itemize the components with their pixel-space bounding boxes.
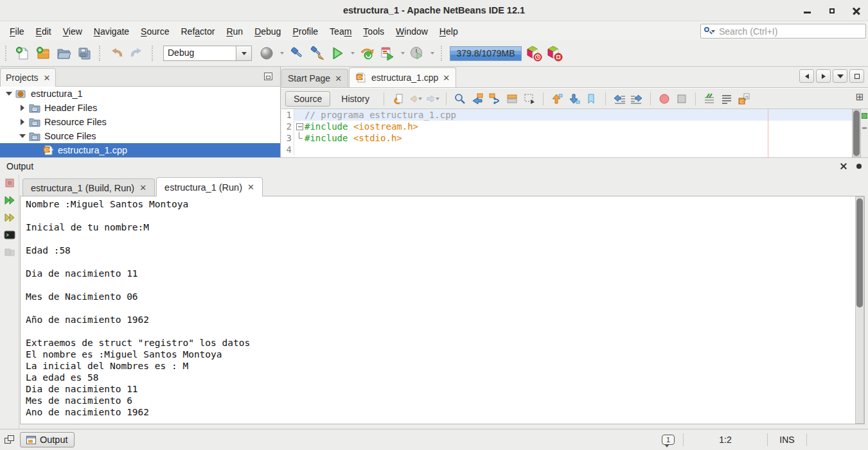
maximize-window-button[interactable] xyxy=(849,69,864,83)
menu-edit[interactable]: Edit xyxy=(30,24,57,39)
editor-tab-close-icon[interactable]: ✕ xyxy=(335,74,342,83)
new-project-button[interactable] xyxy=(35,45,51,62)
stop-profiling-cube-icon[interactable] xyxy=(546,45,563,62)
debug-project-button[interactable] xyxy=(359,45,375,62)
profile-project-button[interactable] xyxy=(379,45,396,62)
profile-point-button[interactable] xyxy=(409,45,425,62)
opened-documents-button[interactable] xyxy=(833,69,847,83)
tree-row-resource-files[interactable]: Resource Files xyxy=(0,115,280,129)
go-to-header-source-icon[interactable]: Cn xyxy=(737,92,751,106)
run-configuration-combo[interactable]: Debug xyxy=(163,46,252,61)
menu-tools[interactable]: Tools xyxy=(357,24,390,39)
editor-tab-close-icon[interactable]: ✕ xyxy=(443,74,450,82)
menu-view[interactable]: View xyxy=(57,24,88,39)
previous-bookmark-icon[interactable] xyxy=(550,92,564,106)
editor-scrollbar[interactable] xyxy=(852,109,861,157)
output-minimized-button[interactable]: Output xyxy=(20,432,75,447)
configuration-dropdown[interactable] xyxy=(236,46,252,61)
expander-icon[interactable] xyxy=(19,104,26,112)
services-globe-button[interactable] xyxy=(258,45,275,62)
code-area[interactable]: 1// programa estructura_1.cpp2#include <… xyxy=(281,109,852,157)
terminal-icon[interactable] xyxy=(4,229,15,241)
back-icon[interactable] xyxy=(408,92,422,106)
fold-end-icon[interactable] xyxy=(294,132,305,144)
forward-icon[interactable] xyxy=(425,92,439,106)
search-input[interactable] xyxy=(718,26,863,37)
close-button[interactable] xyxy=(851,6,862,16)
new-file-button[interactable] xyxy=(14,45,31,62)
projects-tree[interactable]: estructura_1Header FilesResource FilesSo… xyxy=(0,87,280,157)
split-editor-icon[interactable]: ⊞ xyxy=(854,91,865,103)
scroll-tabs-right-button[interactable] xyxy=(816,69,831,83)
stop-macro-recording-icon[interactable] xyxy=(675,92,689,106)
open-project-button[interactable] xyxy=(55,45,72,62)
run-dropdown-icon[interactable] xyxy=(351,52,355,55)
profile-point-dropdown-icon[interactable] xyxy=(430,52,434,55)
output-tab-close-icon[interactable]: ✕ xyxy=(247,183,254,191)
restore-button[interactable] xyxy=(827,6,837,16)
save-all-button[interactable] xyxy=(76,45,93,62)
stop-build-icon[interactable] xyxy=(4,177,15,189)
output-tab-close-icon[interactable]: ✕ xyxy=(139,184,146,192)
console-scrollbar[interactable] xyxy=(855,196,864,424)
projects-tab[interactable]: Projects ✕ xyxy=(0,68,56,87)
menu-refactor[interactable]: Refactor xyxy=(175,24,220,39)
menu-run[interactable]: Run xyxy=(220,24,249,39)
toggle-bookmark-icon[interactable] xyxy=(585,92,599,106)
find-selection-icon[interactable] xyxy=(453,92,467,106)
menu-window[interactable]: Window xyxy=(390,24,434,39)
menu-source[interactable]: Source xyxy=(135,24,175,39)
restore-window-group-icon[interactable] xyxy=(4,435,15,444)
rectangular-selection-icon[interactable] xyxy=(522,92,536,106)
output-close-icon[interactable] xyxy=(840,162,847,170)
console-output[interactable]: Nombre :Miguel Santos Montoya Inicial de… xyxy=(20,196,865,424)
last-edit-location-icon[interactable] xyxy=(391,92,405,106)
menu-navigate[interactable]: Navigate xyxy=(88,24,135,39)
history-view-button[interactable]: History xyxy=(333,91,377,107)
shift-left-icon[interactable] xyxy=(612,92,626,106)
output-menu-dot-icon[interactable] xyxy=(856,164,862,169)
menu-file[interactable]: File xyxy=(4,24,30,39)
tree-row-header-files[interactable]: Header Files xyxy=(0,101,280,115)
menu-debug[interactable]: Debug xyxy=(249,24,287,39)
toggle-highlight-icon[interactable] xyxy=(505,92,519,106)
expander-icon[interactable] xyxy=(19,132,26,140)
menu-profile[interactable]: Profile xyxy=(287,24,324,39)
editor-tab-start-page[interactable]: Start Page✕ xyxy=(281,69,348,87)
rerun-icon[interactable] xyxy=(4,195,15,206)
profile-dropdown-icon[interactable] xyxy=(401,52,405,55)
shift-right-icon[interactable] xyxy=(630,92,644,106)
minimize-button[interactable] xyxy=(802,6,813,16)
notifications-button[interactable]: 1 xyxy=(653,435,683,445)
build-project-button[interactable] xyxy=(288,45,305,62)
menu-help[interactable]: Help xyxy=(434,24,464,39)
output-tab-estructura-1-build-run-[interactable]: estructura_1 (Build, Run)✕ xyxy=(22,178,155,196)
expander-icon[interactable] xyxy=(19,118,26,126)
previous-occurrence-icon[interactable] xyxy=(470,92,484,106)
tree-row-estructura-1-cpp[interactable]: C++estructura_1.cpp xyxy=(0,143,280,157)
globe-dropdown-icon[interactable] xyxy=(280,52,284,55)
tree-row-estructura-1[interactable]: estructura_1 xyxy=(0,87,280,101)
editor-tab-estructura-1-cpp[interactable]: C++estructura_1.cpp✕ xyxy=(349,67,456,87)
projects-tab-close-icon[interactable]: ✕ xyxy=(44,74,51,82)
clean-build-project-button[interactable] xyxy=(308,45,325,62)
comment-icon[interactable] xyxy=(702,92,716,106)
output-tab-estructura-1-run-[interactable]: estructura_1 (Run)✕ xyxy=(156,177,263,196)
minimize-window-group-icon[interactable] xyxy=(264,73,272,80)
source-view-button[interactable]: Source xyxy=(285,91,330,107)
run-project-button[interactable] xyxy=(329,45,346,62)
memory-meter[interactable]: 379.8/1079MB xyxy=(450,46,522,61)
quick-search[interactable] xyxy=(700,24,866,39)
start-macro-recording-icon[interactable] xyxy=(657,92,671,106)
next-occurrence-icon[interactable] xyxy=(488,92,502,106)
scroll-tabs-left-button[interactable] xyxy=(799,69,814,83)
tree-row-source-files[interactable]: Source Files xyxy=(0,129,280,143)
redo-button[interactable] xyxy=(128,45,145,62)
undo-button[interactable] xyxy=(108,45,125,62)
menu-team[interactable]: Team xyxy=(324,24,357,39)
uncomment-icon[interactable] xyxy=(720,92,734,106)
expander-icon[interactable] xyxy=(5,90,13,98)
fold-collapse-icon[interactable] xyxy=(294,121,305,132)
next-bookmark-icon[interactable] xyxy=(567,92,581,106)
rerun-with-args-icon[interactable] xyxy=(4,212,15,223)
